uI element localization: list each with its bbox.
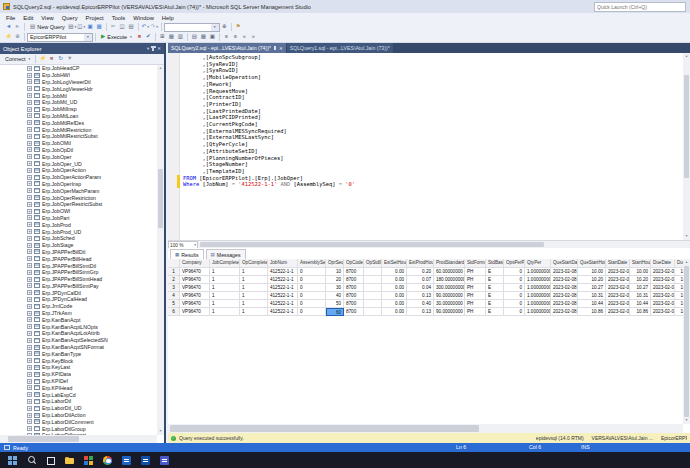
cell-prodstandard[interactable]: 60.00000000 bbox=[434, 268, 465, 276]
tree-item-erp.jpapperbillhead[interactable]: +Erp.JPAPPerBillHead bbox=[0, 255, 157, 262]
row-header[interactable]: 5 bbox=[168, 300, 180, 308]
cell-opstdid[interactable] bbox=[364, 276, 382, 284]
scroll-down-icon[interactable]: ▼ bbox=[683, 233, 690, 240]
expand-icon[interactable]: + bbox=[27, 215, 32, 220]
refresh-icon[interactable]: ↻ bbox=[56, 55, 65, 64]
scroll-up-icon[interactable]: ▲ bbox=[683, 53, 690, 60]
tree-item-erp.kanbanacptsnformat[interactable]: +Erp.KanBanAcptSNFormat bbox=[0, 344, 157, 351]
cell-company[interactable]: VP96470 bbox=[180, 292, 210, 300]
expand-icon[interactable]: + bbox=[27, 324, 32, 329]
cell-stdformat[interactable]: PH bbox=[465, 308, 486, 316]
expand-icon[interactable]: + bbox=[27, 168, 32, 173]
cell-opcode[interactable]: 8700 bbox=[344, 300, 364, 308]
expand-icon[interactable]: + bbox=[27, 304, 32, 309]
expand-icon[interactable]: + bbox=[27, 127, 32, 132]
cancel-query-icon[interactable]: ■ bbox=[135, 33, 144, 42]
editor-horizontal-scrollbar[interactable] bbox=[198, 241, 690, 248]
app-blue-1-icon[interactable] bbox=[122, 456, 131, 465]
object-explorer-tree[interactable]: +Erp.JobHeadCP+Erp.JobHWI+Erp.JobLogView… bbox=[0, 65, 157, 435]
column-header-assemblyseq[interactable]: AssemblySeq bbox=[298, 259, 326, 268]
pin-icon[interactable] bbox=[152, 46, 154, 51]
cell-jobnum[interactable]: 412522-1-1 bbox=[268, 292, 298, 300]
cell-opcomplete[interactable]: 1 bbox=[240, 292, 268, 300]
cell-estsethours[interactable]: 0.00 bbox=[382, 292, 407, 300]
expand-icon[interactable]: + bbox=[27, 372, 32, 377]
cell-jobnum[interactable]: 412522-1-1 bbox=[268, 308, 298, 316]
expand-icon[interactable]: + bbox=[27, 175, 32, 180]
cell-assemblyseq[interactable]: 0 bbox=[298, 308, 326, 316]
grid-horizontal-scrollbar[interactable] bbox=[168, 424, 683, 433]
cell-prodstandard[interactable]: 300.00000000 bbox=[434, 284, 465, 292]
results-tab-messages[interactable]: ▤Messages bbox=[206, 249, 246, 259]
column-header-jobnum[interactable]: JobNum bbox=[268, 259, 298, 268]
menu-help[interactable]: Help bbox=[158, 15, 178, 21]
expand-icon[interactable]: + bbox=[27, 154, 32, 159]
column-header-qtyper[interactable]: QtyPer bbox=[525, 259, 551, 268]
cell-opcode[interactable]: 8700 bbox=[344, 284, 364, 292]
cell-questarthour[interactable]: 10.27 bbox=[578, 284, 606, 292]
scrollbar-thumb[interactable] bbox=[8, 436, 79, 442]
cell-jobcomplete[interactable]: 1 bbox=[210, 300, 240, 308]
row-header[interactable]: 2 bbox=[168, 276, 180, 284]
scrollbar-thumb[interactable] bbox=[684, 75, 689, 178]
expand-icon[interactable]: + bbox=[27, 338, 32, 343]
cell-stdbasis[interactable]: E bbox=[486, 268, 504, 276]
expand-icon[interactable]: + bbox=[27, 317, 32, 322]
scroll-down-icon[interactable]: ▼ bbox=[157, 428, 164, 435]
column-header-opsperpart[interactable]: OpsPerPart bbox=[504, 259, 525, 268]
tree-item-erp.labordtl[interactable]: +Erp.LaborDtl bbox=[0, 398, 157, 405]
cell-opsperpart[interactable]: 0 bbox=[504, 268, 525, 276]
expand-icon[interactable]: + bbox=[27, 229, 32, 234]
cell-questartdate[interactable]: 2023-02-08 bbox=[551, 300, 578, 308]
column-header-startdate[interactable]: StartDate bbox=[606, 259, 630, 268]
cell-assemblyseq[interactable]: 0 bbox=[298, 284, 326, 292]
expand-icon[interactable]: + bbox=[27, 331, 32, 336]
editor-vertical-scrollbar[interactable]: ▲ ▼ bbox=[683, 53, 690, 240]
execute-button[interactable]: ▶Execute▾ bbox=[98, 33, 135, 42]
column-header-duedate[interactable]: DueDate bbox=[651, 259, 675, 268]
cut-icon[interactable]: ✂ bbox=[109, 23, 118, 32]
cell-starthour[interactable]: 10.31 bbox=[630, 292, 651, 300]
tree-item-erp.kanbanacpt[interactable]: +Erp.KanBanAcpt bbox=[0, 316, 157, 323]
expand-icon[interactable]: + bbox=[27, 181, 32, 186]
flag-icon[interactable]: ⚑ bbox=[234, 23, 243, 32]
tree-item-erp.joblogviewerhdr[interactable]: +Erp.JobLogViewerHdr bbox=[0, 85, 157, 92]
expand-icon[interactable]: + bbox=[27, 86, 32, 91]
expand-icon[interactable]: + bbox=[27, 406, 32, 411]
column-header-oprseq[interactable]: OprSeq bbox=[326, 259, 344, 268]
tree-item-erp.kanbanacptselectedsn[interactable]: +Erp.KanBanAcptSelectedSN bbox=[0, 337, 157, 344]
cell-startdate[interactable]: 2023-02-08 bbox=[606, 268, 630, 276]
tree-item-erp.labordtlgroup[interactable]: +Erp.LaborDtlGroup bbox=[0, 425, 157, 432]
cell-questarthour[interactable]: 10.00 bbox=[578, 268, 606, 276]
tree-item-erp.jrnlcode[interactable]: +Erp.JrnlCode bbox=[0, 303, 157, 310]
grid-corner-cell[interactable] bbox=[168, 259, 180, 268]
expand-icon[interactable]: + bbox=[27, 120, 32, 125]
expand-icon[interactable]: + bbox=[27, 100, 32, 105]
tree-item-erp.jobsched[interactable]: +Erp.JobSched bbox=[0, 235, 157, 242]
tree-item-erp.kpidata[interactable]: +Erp.KPIData bbox=[0, 371, 157, 378]
cell-questartdate[interactable]: 2023-02-08 bbox=[551, 292, 578, 300]
app-blue-2-icon[interactable] bbox=[141, 456, 150, 465]
live-statistics-icon[interactable]: ▦ bbox=[167, 33, 176, 42]
column-header-opstdid[interactable]: OpStdID bbox=[364, 259, 382, 268]
cell-stdbasis[interactable]: E bbox=[486, 276, 504, 284]
tree-item-erp.jobmtlrefdes[interactable]: +Erp.JobMtlRefDes bbox=[0, 119, 157, 126]
connect-database-icon[interactable]: ⚡ bbox=[4, 33, 13, 42]
cell-estprodhours[interactable]: 0.13 bbox=[407, 308, 434, 316]
cell-company[interactable]: VP96470 bbox=[180, 308, 210, 316]
cell-duedate[interactable]: 2023-02-08 bbox=[651, 268, 675, 276]
open-file-icon[interactable]: ◫▾ bbox=[77, 23, 86, 32]
tree-item-erp.kpidef[interactable]: +Erp.KPIDef bbox=[0, 378, 157, 385]
tree-item-erp.joboperrestrictsubst[interactable]: +Erp.JobOperRestrictSubst bbox=[0, 201, 157, 208]
tree-item-erp.jobhwi[interactable]: +Erp.JobHWI bbox=[0, 72, 157, 79]
cell-questartdate[interactable]: 2023-02-08 bbox=[551, 268, 578, 276]
cell-qtyper[interactable]: 1.00000000 bbox=[525, 300, 551, 308]
grid-vertical-scrollbar[interactable]: ▲ ▼ bbox=[683, 259, 690, 424]
tree-item-erp.keyblock[interactable]: +Erp.KeyBlock bbox=[0, 357, 157, 364]
column-header-questarthour[interactable]: QueStartHour bbox=[578, 259, 606, 268]
column-header-opcode[interactable]: OpCode bbox=[344, 259, 364, 268]
cell-qtyper[interactable]: 1.00000000 bbox=[525, 292, 551, 300]
menu-tools[interactable]: Tools bbox=[108, 15, 130, 21]
document-tab[interactable]: SQLQuery2.sql - epi...LVES\Atul.Jain (74… bbox=[168, 43, 286, 53]
cell-questarthour[interactable]: 10.86 bbox=[578, 308, 606, 316]
